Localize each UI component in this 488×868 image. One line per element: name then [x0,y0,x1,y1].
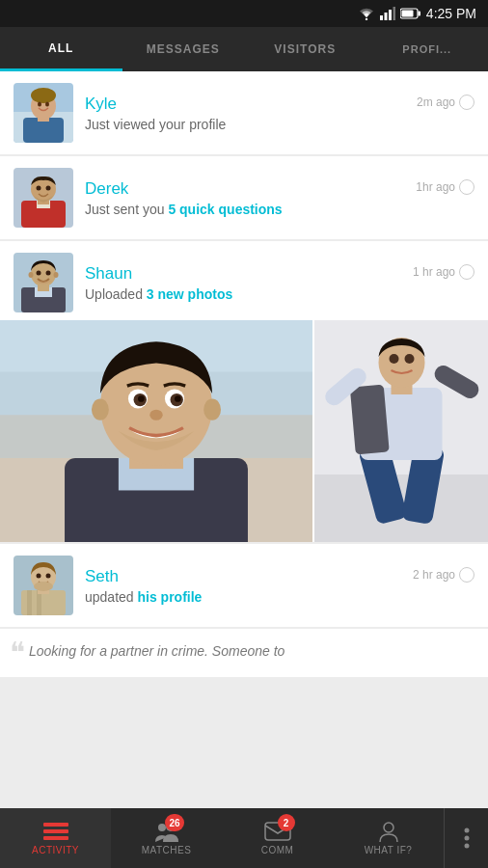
nav-more[interactable] [444,808,488,868]
svg-point-40 [203,398,221,420]
svg-point-57 [405,354,415,364]
nav-label-activity: ACTIVITY [32,845,79,855]
activity-header-seth: Seth 2 hr ago [85,567,474,586]
svg-rect-70 [43,829,68,833]
shaun-photo-2 [314,320,488,542]
read-indicator-derek [459,179,474,195]
svg-point-73 [158,824,166,831]
status-icons: 4:25 PM [358,6,476,21]
content-area: Kyle 2m ago Just viewed your profile [0,71,488,808]
svg-rect-62 [27,590,32,615]
status-bar: 4:25 PM [0,0,488,27]
svg-point-22 [46,186,51,191]
user-name-derek: Derek [85,179,128,199]
svg-point-28 [29,272,34,278]
quote-item-seth: ❝ Looking for a partner in crime. Someon… [0,629,488,677]
read-indicator-kyle [459,95,474,110]
read-indicator-seth [459,567,474,583]
user-name-kyle: Kyle [85,95,117,114]
activity-time-shaun: 1 hr ago [413,264,474,280]
svg-point-75 [384,823,393,832]
svg-rect-3 [389,10,392,20]
shaun-photo-1 [0,320,312,542]
svg-rect-6 [418,12,420,16]
svg-rect-4 [393,7,395,20]
nav-label-matches: MATCHES [142,845,192,855]
tab-messages[interactable]: MESSAGES [122,27,245,71]
svg-point-0 [366,18,367,20]
quote-text-seth: Looking for a partner in crime. Someone … [29,643,285,659]
battery-icon [400,8,421,19]
activity-item-kyle[interactable]: Kyle 2m ago Just viewed your profile [0,71,488,154]
shaun-header-row: Shaun 1 hr ago Uploaded 3 new photos [0,241,488,320]
whatif-nav-icon [378,821,399,842]
tab-all[interactable]: ALL [0,27,122,71]
nav-label-comm: COMM [261,845,294,855]
svg-rect-7 [401,11,413,17]
nav-label-whatif: WHAT IF? [365,845,413,855]
avatar-seth [14,556,73,615]
quote-mark: ❝ [10,638,25,667]
nav-activity[interactable]: ACTIVITY [0,808,111,868]
avatar-shaun [14,253,73,312]
svg-point-78 [464,844,469,849]
svg-point-21 [37,186,41,191]
activity-item-seth[interactable]: Seth 2 hr ago updated his profile [0,544,488,627]
svg-point-29 [54,272,59,278]
svg-rect-2 [384,13,387,20]
nav-comm[interactable]: 2 COMM [222,808,333,868]
svg-rect-69 [43,823,68,827]
svg-rect-71 [43,836,68,840]
status-time: 4:25 PM [426,6,476,21]
nav-whatif[interactable]: WHAT IF? [333,808,444,868]
activity-info-kyle: Kyle 2m ago Just viewed your profile [85,95,474,132]
tab-bar: ALL MESSAGES VISITORS PROFI... [0,27,488,71]
svg-rect-53 [350,385,390,455]
avatar-kyle [14,83,73,143]
activity-time-kyle: 2m ago [417,95,474,110]
svg-point-68 [34,582,53,591]
activity-time-seth: 2 hr ago [413,567,474,583]
activity-header-derek: Derek 1hr ago [85,179,474,199]
svg-point-56 [390,354,399,364]
svg-point-77 [464,836,469,841]
svg-point-47 [149,410,162,420]
more-nav-icon [464,827,470,849]
wifi-icon [358,7,375,20]
user-name-shaun: Shaun [85,264,132,284]
tab-visitors[interactable]: VISITORS [244,27,366,71]
activity-desc-shaun: Uploaded 3 new photos [85,286,474,302]
svg-point-15 [45,102,49,107]
read-indicator-shaun [459,264,474,280]
signal-icon [380,7,395,20]
activity-info-derek: Derek 1hr ago Just sent you 5 quick ques… [85,179,474,217]
shaun-photo-grid [0,320,488,542]
svg-point-67 [46,574,51,579]
svg-point-39 [92,398,109,420]
activity-header-kyle: Kyle 2m ago [85,95,474,114]
svg-point-30 [37,271,41,276]
activity-nav-icon [43,821,68,842]
activity-desc-derek: Just sent you 5 quick questions [85,202,474,217]
avatar-derek [14,168,73,228]
shaun-header-info: Shaun 1 hr ago Uploaded 3 new photos [85,264,474,302]
svg-point-31 [46,271,51,276]
tab-profile[interactable]: PROFI... [366,27,489,71]
activity-time-derek: 1hr ago [416,179,474,195]
svg-point-13 [31,88,56,103]
nav-matches[interactable]: 26 MATCHES [111,808,222,868]
user-name-seth: Seth [85,567,119,586]
activity-desc-kyle: Just viewed your profile [85,117,474,132]
activity-info-seth: Seth 2 hr ago updated his profile [85,567,474,605]
comm-badge: 2 [278,814,295,831]
activity-item-derek[interactable]: Derek 1hr ago Just sent you 5 quick ques… [0,156,488,239]
svg-point-45 [138,395,145,402]
activity-item-shaun[interactable]: Shaun 1 hr ago Uploaded 3 new photos [0,241,488,542]
matches-badge: 26 [165,814,183,831]
svg-rect-1 [380,15,383,20]
bottom-nav: ACTIVITY 26 MATCHES 2 COMM WHAT IF? [0,808,488,868]
svg-point-46 [175,395,181,402]
svg-point-66 [37,574,41,579]
activity-desc-seth: updated his profile [85,589,474,605]
svg-point-76 [464,828,469,833]
